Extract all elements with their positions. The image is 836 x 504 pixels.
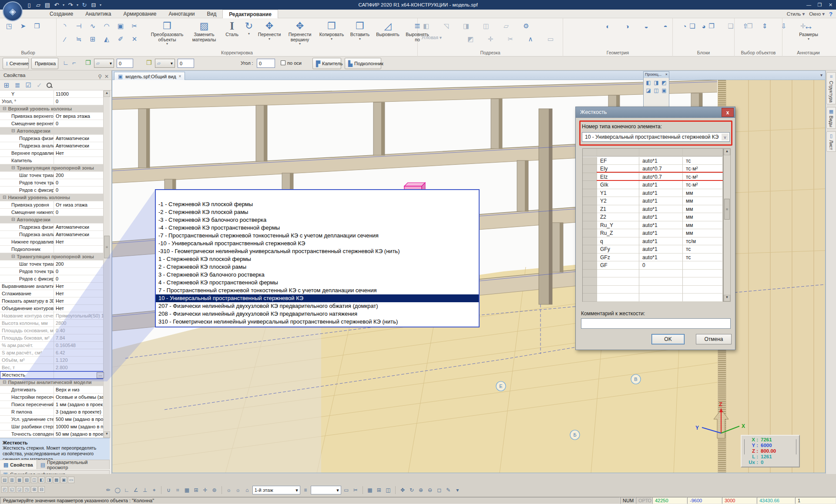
property-value[interactable]: 1 мм (задано в проек... — [54, 401, 103, 408]
property-value[interactable]: От низа этажа — [54, 201, 103, 208]
property-value[interactable]: Нет — [54, 297, 103, 304]
style-menu[interactable]: Стиль ▾ — [787, 11, 805, 17]
mini-icon[interactable]: ◲ — [16, 486, 23, 493]
cut-column-icon[interactable]: ◨ — [461, 22, 471, 30]
tab-analitika[interactable]: Аналитика — [79, 10, 117, 18]
property-value[interactable]: 1.120 — [54, 357, 103, 364]
property-value[interactable] — [54, 246, 103, 253]
anchor-mode2-combo[interactable]: ▱▾ — [155, 59, 175, 68]
layer-combo[interactable]: ▾ — [311, 486, 341, 494]
steel-button[interactable]: I Сталь — [222, 20, 242, 48]
app-logo-icon[interactable]: ◈ — [3, 1, 23, 21]
fe-type-item[interactable]: 1 - Стержневой КЭ плоской фермы — [156, 255, 479, 263]
property-row[interactable]: Шаг точек триангул... 200 — [0, 260, 103, 268]
block-edit-icon[interactable]: ❑ — [726, 22, 735, 30]
collapse-icon[interactable]: ⊟ — [3, 194, 6, 201]
mini-icon[interactable]: ▤ — [1, 477, 8, 483]
property-value[interactable]: 0 — [54, 275, 103, 282]
param-value[interactable] — [639, 294, 683, 302]
pan-icon[interactable]: ✥ — [399, 486, 406, 494]
draw-icon[interactable]: ✏ — [104, 486, 112, 494]
property-row[interactable]: Y 11000 — [0, 90, 103, 98]
center-snap-icon[interactable]: ⌖ — [150, 486, 158, 494]
property-row[interactable]: Шаг разбивки стержня 10000 мм (задано в … — [0, 423, 103, 431]
corner-rotate-icon[interactable]: ⌐ — [72, 59, 76, 66]
mini-icon[interactable]: ⊞ — [31, 486, 37, 493]
property-row[interactable]: ⊟ Триангуляция приопорной зоны — [0, 253, 103, 260]
projection-view-icon[interactable]: ◫ — [652, 87, 660, 94]
fe-type-item[interactable]: -7 - Пространственный стержневой тонкост… — [156, 232, 479, 240]
combo-arrow-icon[interactable]: ˅ — [722, 134, 729, 140]
eyedropper-icon[interactable]: ✐ — [116, 35, 125, 43]
param-value[interactable]: auto*1 — [639, 197, 683, 205]
redo-dropdown-icon[interactable]: ▾ — [76, 1, 79, 9]
property-row[interactable]: Смещение верхнего у... 0 — [0, 120, 103, 127]
property-row[interactable]: Рядов точек трианг... 0 — [0, 268, 103, 275]
new-file-icon[interactable]: ▯ — [25, 1, 33, 9]
property-row[interactable]: ⊟ Нижний уровень колонны — [0, 194, 103, 201]
param-value[interactable]: auto*1 — [639, 254, 683, 262]
property-row[interactable]: Показать арматуру в 3D Нет — [0, 297, 103, 305]
anchor-mode-combo[interactable]: ▱▾ — [94, 59, 114, 68]
fe-type-item[interactable]: -10 - Универсальный пространственный сте… — [156, 240, 479, 247]
stiffness-row[interactable]: GFy auto*1 тс — [583, 245, 723, 254]
stiffness-row[interactable]: Z2 auto*1 мм — [583, 213, 723, 221]
mini-icon[interactable]: ▭ — [68, 477, 74, 483]
display-grid-icon[interactable]: ⊞ — [375, 486, 383, 494]
stiffness-ellipsis-button[interactable]: ... — [97, 372, 104, 378]
property-row[interactable]: Дотягивать Верх и низ — [0, 386, 103, 394]
property-row[interactable]: Вес, т 2.800 — [0, 364, 103, 371]
property-row[interactable]: Привязка верхнего ур... От верха этажа — [0, 113, 103, 120]
property-row[interactable]: Рядов точек трианг... 0 — [0, 179, 103, 187]
tab-redaktirovanie[interactable]: Редактирование — [222, 10, 278, 18]
property-value[interactable]: Осевые и объемы (за... — [54, 394, 103, 401]
stiffness-row[interactable]: GIk auto*1 тс·м² — [583, 181, 723, 189]
apply-icon[interactable]: ✓ — [34, 81, 44, 90]
customize-icon[interactable]: ▾ — [99, 1, 102, 9]
transform-objects-button[interactable]: ❒ Преобразовать объекты ▾ — [148, 20, 186, 48]
projection-view-icon[interactable]: ◩ — [660, 79, 668, 87]
scroll-thumb[interactable]: ≡ — [724, 199, 730, 220]
scroll-thumb[interactable]: ≡ — [104, 236, 110, 258]
property-row[interactable]: Нижнее продавливание Нет — [0, 238, 103, 246]
mini-icon[interactable]: ◳ — [24, 486, 30, 493]
projection-view-icon[interactable]: ◨ — [652, 79, 660, 87]
fe-type-item[interactable]: 7 - Пространственный стержневой тонкосте… — [156, 287, 479, 294]
property-row[interactable]: Точность совпадения 50 мм (задано в прое… — [0, 431, 103, 438]
property-value[interactable]: 200 — [54, 172, 103, 179]
sweep-icon[interactable]: ◠ — [102, 22, 111, 30]
property-value[interactable]: Нет — [54, 290, 103, 297]
collapse-icon[interactable]: ⊟ — [11, 127, 15, 134]
maximize-button[interactable]: ❐ — [814, 0, 825, 10]
property-value[interactable]: 50 мм (задано в прое... — [54, 431, 103, 437]
property-grid-scrollbar[interactable]: ▲ ▼ ≡ — [103, 90, 110, 438]
offset2-input[interactable]: 0 — [178, 59, 194, 68]
block-create-icon[interactable]: ❏ — [688, 22, 697, 30]
split-icon[interactable]: ∕ — [60, 35, 70, 43]
window-menu[interactable]: Окно ▾ — [809, 11, 825, 17]
frame-icon[interactable]: ▭ — [342, 486, 350, 494]
undo-dropdown-icon[interactable]: ▾ — [62, 1, 65, 9]
fe-type-item[interactable]: 10 - Универсальный пространственный стер… — [156, 294, 479, 302]
projection-view-icon[interactable]: ◪ — [645, 87, 652, 94]
select-above-icon[interactable]: ⇧ — [741, 22, 750, 30]
property-value[interactable]: 0 — [54, 187, 103, 194]
more-tools-icon[interactable]: ▾ — [453, 486, 461, 494]
cut-settings-icon[interactable]: ⚙ — [521, 22, 531, 30]
capital-button[interactable]: ▛ Капитель — [312, 58, 341, 69]
property-value[interactable]: Нет — [54, 283, 103, 290]
param-value[interactable]: auto*1 — [639, 189, 683, 197]
fe-type-item[interactable]: -2 - Стержневой КЭ плоской рамы — [156, 208, 479, 216]
circle-snap-icon[interactable]: ◯ — [114, 486, 121, 494]
property-value[interactable]: Автоматически — [54, 135, 103, 142]
list-view-icon[interactable]: ≣ — [13, 81, 22, 90]
param-value[interactable]: auto*1 — [639, 205, 683, 214]
property-value[interactable]: 11000 — [54, 90, 103, 97]
scroll-down-icon[interactable]: ▼ — [724, 295, 730, 301]
projections-close-icon[interactable]: × — [665, 72, 668, 77]
stiffness-row[interactable] — [583, 294, 723, 302]
storey-combo[interactable]: 1-й этаж▾ — [252, 486, 300, 494]
dialog-close-button[interactable]: x — [722, 108, 734, 117]
property-row[interactable]: Подрезка аналитич... Автоматически — [0, 231, 103, 238]
property-row[interactable]: S арм.расчёт., см² 6.42 — [0, 349, 103, 357]
